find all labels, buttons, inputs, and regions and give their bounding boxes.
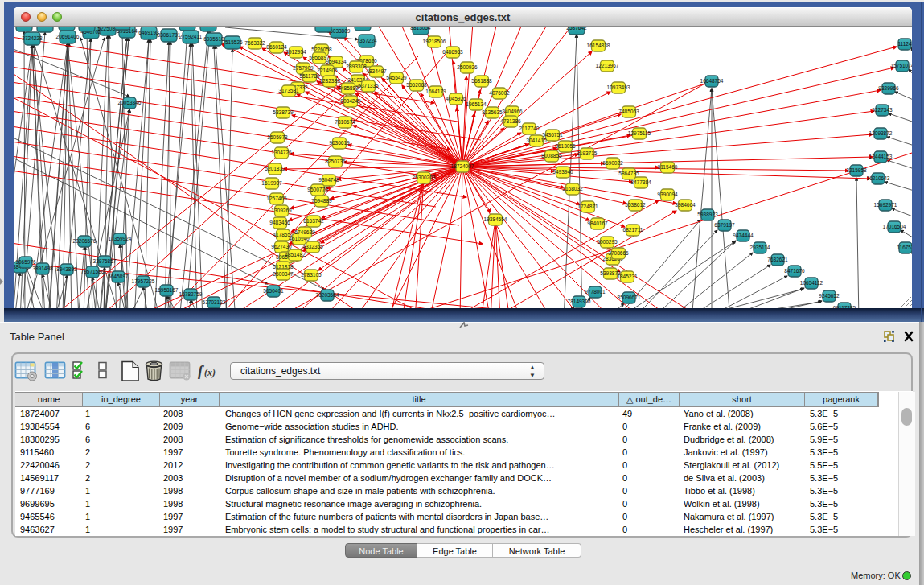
svg-text:17359924: 17359924 xyxy=(109,236,132,241)
svg-text:9594334: 9594334 xyxy=(326,59,347,64)
svg-text:1257465: 1257465 xyxy=(266,196,287,201)
svg-text:8943893: 8943893 xyxy=(56,266,77,272)
svg-text:f: f xyxy=(198,362,204,379)
svg-text:8613056: 8613056 xyxy=(555,143,576,149)
svg-text:12975115: 12975115 xyxy=(628,130,651,136)
svg-text:3173581: 3173581 xyxy=(278,88,299,93)
svg-text:6935510: 6935510 xyxy=(203,36,224,42)
svg-text:2893308: 2893308 xyxy=(346,64,367,69)
svg-text:16210643: 16210643 xyxy=(867,175,890,181)
svg-text:9778001: 9778001 xyxy=(585,289,606,295)
svg-text:18724007: 18724007 xyxy=(451,163,474,169)
svg-text:2500926: 2500926 xyxy=(457,64,478,70)
svg-text:17016504: 17016504 xyxy=(883,224,906,229)
svg-text:2404966: 2404966 xyxy=(502,109,523,114)
svg-text:5436751: 5436751 xyxy=(542,132,563,138)
svg-text:116753: 116753 xyxy=(897,245,914,250)
svg-text:7485063: 7485063 xyxy=(618,109,639,114)
svg-text:3912954: 3912954 xyxy=(285,49,306,55)
svg-text:7594889: 7594889 xyxy=(311,198,332,204)
svg-text:20691406: 20691406 xyxy=(56,34,80,39)
svg-text:3041410: 3041410 xyxy=(526,138,547,143)
svg-text:9329966: 9329966 xyxy=(878,85,899,91)
svg-text:1193715: 1193715 xyxy=(577,150,598,156)
svg-text:11124: 11124 xyxy=(897,41,911,47)
svg-text:8250736: 8250736 xyxy=(325,159,346,164)
svg-text:5650401: 5650401 xyxy=(263,288,284,294)
svg-text:27592411: 27592411 xyxy=(179,34,203,39)
svg-text:53703122: 53703122 xyxy=(203,299,226,305)
svg-text:4045926: 4045926 xyxy=(446,96,466,101)
svg-text:3708666: 3708666 xyxy=(608,250,629,256)
svg-text:15751074: 15751074 xyxy=(891,63,914,68)
svg-text:5562068: 5562068 xyxy=(406,82,427,88)
svg-text:4332365: 4332365 xyxy=(302,244,323,249)
svg-text:3505978: 3505978 xyxy=(267,134,288,140)
svg-text:2587642: 2587642 xyxy=(566,25,587,31)
svg-text:7810674: 7810674 xyxy=(335,119,355,125)
svg-text:2935114: 2935114 xyxy=(750,245,770,250)
svg-text:83061791: 83061791 xyxy=(158,32,181,38)
svg-text:4851482: 4851482 xyxy=(285,252,306,257)
svg-text:4076002: 4076002 xyxy=(489,90,510,96)
svg-text:4731386: 4731386 xyxy=(500,118,521,124)
svg-text:8471676: 8471676 xyxy=(784,268,805,274)
svg-text:2117740: 2117740 xyxy=(519,126,540,131)
svg-text:9636619: 9636619 xyxy=(329,140,350,146)
svg-text:3215958: 3215958 xyxy=(846,167,867,173)
svg-text:8084249: 8084249 xyxy=(340,98,361,104)
svg-text:1619907: 1619907 xyxy=(261,180,282,186)
svg-text:2757909: 2757909 xyxy=(293,65,314,71)
svg-text:7515526: 7515526 xyxy=(222,39,243,45)
svg-text:9627430: 9627430 xyxy=(271,244,292,249)
svg-text:6469193: 6469193 xyxy=(138,30,159,35)
svg-text:7357224: 7357224 xyxy=(356,38,377,43)
svg-text:5864735: 5864735 xyxy=(618,171,639,176)
svg-text:2485889: 2485889 xyxy=(338,85,359,91)
svg-text:17957225: 17957225 xyxy=(132,278,155,284)
svg-text:69117285: 69117285 xyxy=(833,305,856,311)
svg-text:5338739: 5338739 xyxy=(273,109,294,115)
svg-text:19218506: 19218506 xyxy=(423,39,446,44)
svg-text:5226058: 5226058 xyxy=(311,47,332,52)
svg-text:20053346: 20053346 xyxy=(118,100,142,105)
svg-text:85096671: 85096671 xyxy=(618,295,641,300)
svg-text:1845231: 1845231 xyxy=(617,274,638,279)
svg-text:2214906: 2214906 xyxy=(317,68,338,73)
svg-text:5493940: 5493940 xyxy=(552,169,573,175)
svg-text:20206576: 20206576 xyxy=(73,238,97,244)
svg-text:15692971: 15692971 xyxy=(874,202,897,208)
svg-text:9483466: 9483466 xyxy=(269,220,290,225)
svg-text:6821711: 6821711 xyxy=(623,227,643,233)
svg-text:5938923: 5938923 xyxy=(697,212,718,217)
svg-text:10973493: 10973493 xyxy=(607,84,630,90)
svg-text:12213967: 12213967 xyxy=(596,63,619,68)
svg-text:10654112: 10654112 xyxy=(800,280,823,286)
svg-text:9245652: 9245652 xyxy=(819,293,840,299)
svg-text:1965134: 1965134 xyxy=(466,101,487,107)
svg-text:1304726: 1304726 xyxy=(271,150,292,155)
svg-text:8813054: 8813054 xyxy=(410,25,431,31)
svg-text:1282389: 1282389 xyxy=(319,78,340,84)
svg-text:3168032: 3168032 xyxy=(562,186,583,192)
svg-text:6379197: 6379197 xyxy=(714,222,735,228)
svg-text:5455429: 5455429 xyxy=(386,75,407,80)
svg-text:9115460: 9115460 xyxy=(658,164,678,170)
svg-text:25300203: 25300203 xyxy=(413,175,436,180)
svg-text:8660124: 8660124 xyxy=(266,44,287,50)
svg-text:5371335: 5371335 xyxy=(358,83,379,89)
svg-text:2724228: 2724228 xyxy=(22,35,43,41)
svg-text:16958167: 16958167 xyxy=(155,287,179,293)
svg-text:33975857: 33975857 xyxy=(93,258,117,264)
svg-text:6749629: 6749629 xyxy=(294,229,315,235)
svg-text:16154838: 16154838 xyxy=(587,43,610,48)
svg-text:1065976: 1065976 xyxy=(15,259,36,265)
svg-text:12444153: 12444153 xyxy=(869,154,893,159)
svg-text:9390094: 9390094 xyxy=(657,192,678,197)
svg-text:12093872: 12093872 xyxy=(869,130,893,136)
svg-text:9227343: 9227343 xyxy=(872,107,893,113)
svg-text:5538612: 5538612 xyxy=(625,202,646,208)
svg-text:9304748: 9304748 xyxy=(318,177,339,183)
svg-text:8477384: 8477384 xyxy=(630,179,651,185)
svg-text:16648754: 16648754 xyxy=(700,78,724,84)
